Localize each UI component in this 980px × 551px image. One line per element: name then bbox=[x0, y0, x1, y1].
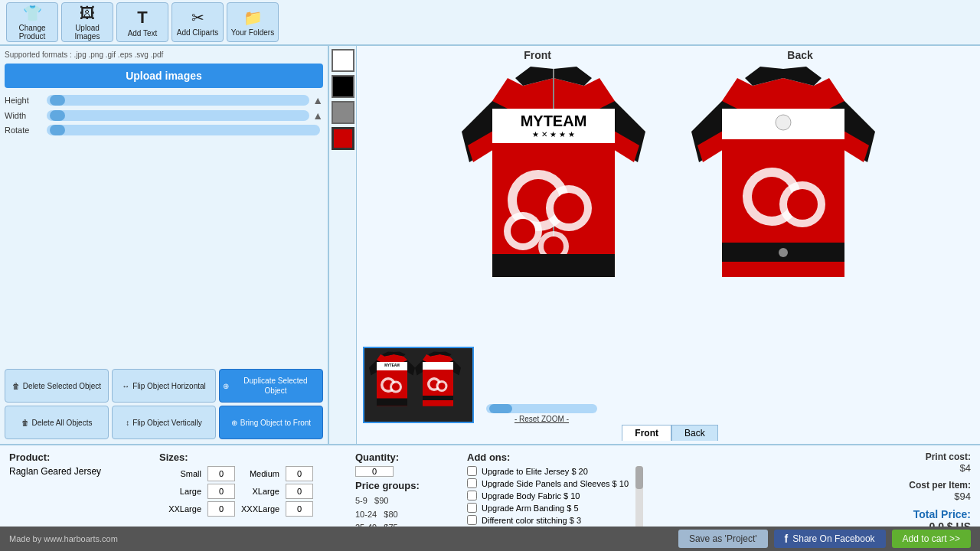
price-5-9: 5-9 $90 bbox=[355, 494, 455, 508]
addon-elite-checkbox[interactable] bbox=[467, 466, 477, 476]
svg-text:MYTEAM: MYTEAM bbox=[384, 364, 400, 367]
canvas-labels: Front Back bbox=[360, 49, 977, 61]
flip-vertical-label: Flip Object Vertically bbox=[132, 418, 202, 428]
addons-scroll-thumb[interactable] bbox=[635, 466, 643, 489]
medium-input[interactable] bbox=[286, 466, 313, 481]
xxxlarge-input[interactable] bbox=[286, 501, 313, 517]
quantity-input[interactable] bbox=[355, 466, 394, 477]
svg-point-33 bbox=[787, 189, 818, 220]
addon-arm-banding-checkbox[interactable] bbox=[467, 503, 477, 513]
height-arrow[interactable]: ▲ bbox=[312, 94, 323, 106]
bring-front-button[interactable]: ⊕ Bring Object to Front bbox=[219, 406, 323, 439]
action-buttons: 🗑 Delete Selected Object ↔ Flip Object H… bbox=[5, 369, 323, 439]
swatch-white[interactable] bbox=[332, 49, 354, 72]
delete-selected-icon: 🗑 bbox=[12, 382, 20, 390]
reset-zoom-button[interactable]: - Reset ZOOM - bbox=[514, 415, 569, 423]
sizes-label: Sizes: bbox=[159, 452, 343, 463]
duplicate-label: Duplicate Selected Object bbox=[232, 376, 319, 396]
width-slider-row: Width ▲ bbox=[5, 109, 323, 122]
svg-point-35 bbox=[779, 248, 788, 257]
tab-front[interactable]: Front bbox=[622, 425, 671, 441]
height-slider[interactable] bbox=[47, 95, 309, 106]
rotate-slider-row: Rotate bbox=[5, 125, 323, 135]
view-tabs: Front Back bbox=[622, 425, 717, 441]
small-label: Small bbox=[159, 469, 201, 478]
main-area: Supported formats : .jpg .png .gif .eps … bbox=[0, 46, 980, 444]
swatch-black[interactable] bbox=[332, 75, 354, 98]
small-input[interactable] bbox=[207, 466, 235, 481]
quantity-label: Quantity: bbox=[355, 452, 455, 463]
svg-rect-60 bbox=[423, 400, 453, 406]
facebook-icon: f bbox=[785, 533, 789, 545]
xxxlarge-label: XXXLarge bbox=[241, 504, 279, 514]
height-label: Height bbox=[5, 96, 47, 105]
svg-text:★ ✕ ★ ★ ★: ★ ✕ ★ ★ ★ bbox=[532, 130, 574, 139]
zoom-thumb[interactable] bbox=[489, 404, 512, 413]
swatch-gray[interactable] bbox=[332, 101, 354, 124]
change-product-label: Change Product bbox=[7, 24, 57, 41]
svg-point-15 bbox=[554, 193, 584, 223]
tab-back[interactable]: Back bbox=[671, 425, 718, 441]
rotate-slider[interactable] bbox=[47, 125, 320, 135]
flip-vertical-icon: ↕ bbox=[126, 419, 129, 427]
add-text-button[interactable]: T Add Text bbox=[116, 2, 168, 42]
rotate-thumb[interactable] bbox=[50, 125, 65, 135]
addon-side-panels: Upgrade Side Panels and Sleeves $ 10 bbox=[467, 478, 632, 488]
zoom-track[interactable] bbox=[486, 404, 597, 413]
duplicate-button[interactable]: ⊕ Duplicate Selected Object bbox=[219, 369, 323, 403]
xlarge-input[interactable] bbox=[286, 484, 313, 499]
width-arrow[interactable]: ▲ bbox=[312, 109, 323, 122]
your-folders-button[interactable]: 📁 Your Folders bbox=[227, 2, 279, 42]
product-label: Product: bbox=[9, 452, 147, 463]
add-cliparts-button[interactable]: ✂ Add Cliparts bbox=[172, 2, 224, 42]
formats-text: Supported formats : .jpg .png .gif .eps … bbox=[5, 51, 323, 59]
your-folders-icon: 📁 bbox=[243, 8, 263, 27]
xxlarge-input[interactable] bbox=[207, 501, 235, 517]
delete-selected-button[interactable]: 🗑 Delete Selected Object bbox=[5, 369, 109, 403]
addon-arm-banding-label: Upgrade Arm Banding $ 5 bbox=[482, 504, 579, 513]
rotate-label: Rotate bbox=[5, 126, 47, 135]
svg-rect-53 bbox=[423, 362, 453, 370]
addon-elite-label: Upgrade to Elite Jersey $ 20 bbox=[482, 467, 588, 476]
share-facebook-button[interactable]: f Share On Facebook bbox=[774, 530, 886, 548]
footer-bar: Made by www.harboarts.com Save as 'Proje… bbox=[0, 527, 980, 551]
svg-rect-59 bbox=[423, 396, 453, 400]
upload-images-main-button[interactable]: Upload images bbox=[5, 64, 323, 88]
width-thumb[interactable] bbox=[50, 110, 65, 121]
delete-selected-label: Delete Selected Object bbox=[23, 381, 101, 391]
delete-all-label: Delete All Objects bbox=[32, 418, 93, 428]
size-row-xxlarge-xxxlarge: XXLarge XXXLarge bbox=[159, 501, 343, 517]
addon-color-stitching-label: Different color stitching $ 3 bbox=[482, 516, 581, 525]
thumbnail-svg: MYTEAM bbox=[369, 350, 469, 419]
change-product-button[interactable]: 👕 Change Product bbox=[6, 2, 58, 42]
svg-rect-48 bbox=[377, 399, 407, 406]
add-cliparts-icon: ✂ bbox=[191, 8, 204, 27]
upload-images-button[interactable]: 🖼 Upload Images bbox=[61, 2, 113, 42]
large-input[interactable] bbox=[207, 484, 235, 499]
svg-rect-20 bbox=[492, 254, 615, 277]
delete-all-button[interactable]: 🗑 Delete All Objects bbox=[5, 406, 109, 439]
thumbnail-box[interactable]: MYTEAM bbox=[363, 347, 474, 423]
addon-color-stitching: Different color stitching $ 3 bbox=[467, 515, 632, 525]
addon-side-panels-checkbox[interactable] bbox=[467, 478, 477, 488]
addon-side-panels-label: Upgrade Side Panels and Sleeves $ 10 bbox=[482, 479, 629, 488]
front-label: Front bbox=[524, 49, 551, 61]
width-slider[interactable] bbox=[47, 110, 309, 121]
flip-horizontal-button[interactable]: ↔ Flip Object Horizontal bbox=[112, 369, 216, 403]
thumbnail-zoom-area: MYTEAM bbox=[360, 347, 977, 423]
addon-body-fabric-checkbox[interactable] bbox=[467, 491, 477, 500]
height-thumb[interactable] bbox=[50, 95, 65, 106]
addon-arm-banding: Upgrade Arm Banding $ 5 bbox=[467, 503, 632, 513]
swatch-red[interactable] bbox=[332, 127, 354, 150]
flip-vertical-button[interactable]: ↕ Flip Object Vertically bbox=[112, 406, 216, 439]
add-text-label: Add Text bbox=[128, 29, 158, 37]
jersey-display: MYTEAM ★ ✕ ★ ★ ★ bbox=[360, 63, 977, 347]
add-text-icon: T bbox=[137, 8, 147, 28]
save-project-button[interactable]: Save as 'Project' bbox=[678, 530, 768, 548]
zoom-bar: - Reset ZOOM - bbox=[486, 404, 597, 423]
svg-point-28 bbox=[776, 115, 791, 130]
addon-body-fabric: Upgrade Body Fabric $ 10 bbox=[467, 491, 632, 500]
add-to-cart-button[interactable]: Add to cart >> bbox=[892, 530, 971, 548]
bring-front-icon: ⊕ bbox=[231, 419, 237, 427]
addon-color-stitching-checkbox[interactable] bbox=[467, 515, 477, 525]
